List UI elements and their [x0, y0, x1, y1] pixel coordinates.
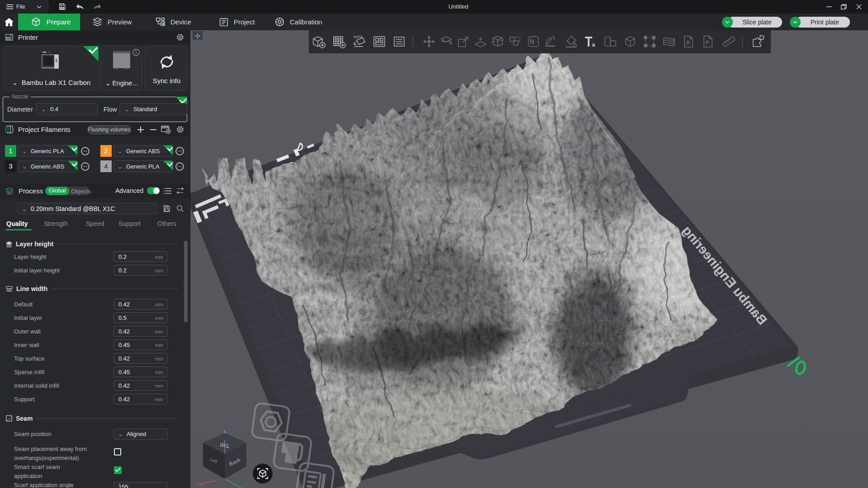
svg-text:‹|›: ‹|› — [195, 33, 200, 39]
svg-text:D: D — [686, 40, 690, 45]
svg-text:P: P — [706, 40, 709, 45]
svg-text:a: a — [592, 41, 595, 48]
